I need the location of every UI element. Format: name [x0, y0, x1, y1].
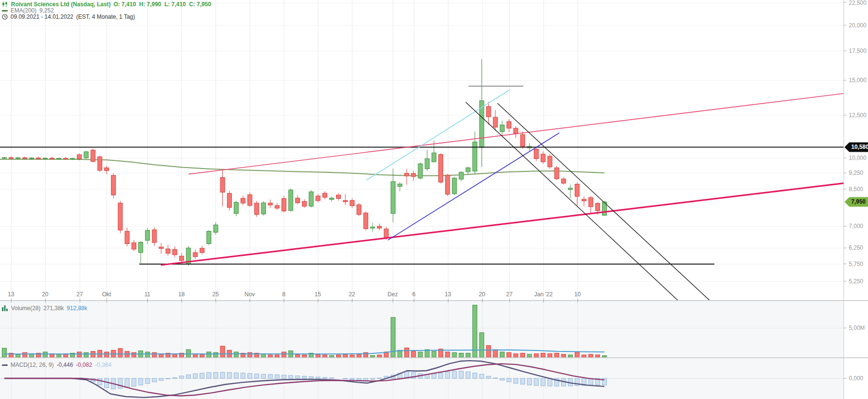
- volume-bar[interactable]: [568, 355, 573, 357]
- volume-bar[interactable]: [582, 355, 586, 357]
- volume-bar[interactable]: [548, 354, 552, 357]
- macd-hist-bar[interactable]: [493, 378, 497, 378]
- volume-bar[interactable]: [207, 352, 211, 357]
- candle[interactable]: [111, 173, 116, 198]
- volume-bar[interactable]: [357, 354, 361, 357]
- volume-bar[interactable]: [603, 356, 607, 357]
- macd-hist-bar[interactable]: [275, 375, 279, 379]
- candle[interactable]: [418, 163, 422, 180]
- candle[interactable]: [282, 196, 286, 213]
- symbol-legend[interactable]: Roivant Sciences Ltd (Nasdaq, Last) O: 7…: [2, 1, 211, 8]
- volume-bar[interactable]: [432, 351, 436, 357]
- volume-bar[interactable]: [473, 305, 477, 357]
- candle[interactable]: [227, 191, 231, 211]
- candle[interactable]: [207, 230, 211, 245]
- volume-bar[interactable]: [575, 352, 579, 357]
- macd-hist-bar[interactable]: [227, 373, 231, 378]
- macd-legend[interactable]: MACD(12, 26, 9) -0,446 -0,082 -0,364: [2, 362, 111, 368]
- macd-hist-bar[interactable]: [507, 378, 511, 382]
- volume-bar[interactable]: [295, 354, 300, 357]
- volume-bar[interactable]: [220, 346, 225, 357]
- macd-hist-bar[interactable]: [200, 373, 204, 378]
- macd-hist-bar[interactable]: [254, 374, 259, 378]
- macd-hist-bar[interactable]: [139, 378, 143, 385]
- volume-bar[interactable]: [405, 348, 409, 358]
- candle[interactable]: [289, 189, 293, 212]
- volume-bar[interactable]: [541, 353, 545, 358]
- macd-hist-bar[interactable]: [173, 378, 177, 379]
- candle[interactable]: [446, 174, 450, 196]
- volume-bar[interactable]: [118, 349, 122, 357]
- volume-bar[interactable]: [343, 354, 348, 357]
- volume-bar[interactable]: [248, 352, 252, 357]
- macd-hist-bar[interactable]: [486, 376, 491, 378]
- volume-bar[interactable]: [555, 353, 559, 358]
- volume-bar[interactable]: [377, 355, 382, 357]
- volume-bar[interactable]: [16, 354, 20, 357]
- macd-hist-bar[interactable]: [118, 378, 122, 388]
- macd-hist-bar[interactable]: [520, 378, 525, 384]
- macd-hist-bar[interactable]: [439, 373, 443, 379]
- candle[interactable]: [84, 151, 88, 159]
- volume-bar[interactable]: [500, 352, 505, 357]
- volume-bar[interactable]: [411, 351, 416, 357]
- volume-bar[interactable]: [452, 352, 457, 357]
- macd-hist-bar[interactable]: [159, 378, 163, 380]
- macd-hist-bar[interactable]: [541, 378, 545, 386]
- macd-hist-bar[interactable]: [459, 371, 463, 378]
- volume-bar[interactable]: [105, 352, 109, 357]
- macd-hist-bar[interactable]: [480, 375, 484, 379]
- volume-bar[interactable]: [329, 355, 334, 357]
- volume-bar[interactable]: [84, 352, 88, 357]
- candle[interactable]: [548, 154, 552, 169]
- macd-hist-bar[interactable]: [316, 377, 320, 378]
- volume-bar[interactable]: [466, 353, 470, 358]
- candle[interactable]: [261, 201, 265, 216]
- volume-bar[interactable]: [132, 352, 136, 357]
- macd-hist-bar[interactable]: [261, 374, 265, 378]
- candle[interactable]: [452, 177, 457, 195]
- date-range-legend[interactable]: 09.09.2021 - 14.01.2022 (EST, 4 Monate, …: [2, 13, 135, 20]
- volume-bar[interactable]: [493, 350, 497, 357]
- macd-hist-bar[interactable]: [589, 378, 593, 385]
- macd-hist-bar[interactable]: [500, 378, 505, 380]
- macd-hist-bar[interactable]: [371, 378, 375, 379]
- macd-hist-bar[interactable]: [125, 378, 129, 387]
- volume-bar[interactable]: [234, 352, 239, 357]
- volume-bar[interactable]: [595, 355, 600, 357]
- macd-hist-bar[interactable]: [268, 375, 273, 378]
- volume-bar[interactable]: [77, 352, 82, 357]
- volume-bar[interactable]: [459, 353, 463, 358]
- candle[interactable]: [357, 203, 361, 216]
- macd-hist-bar[interactable]: [207, 373, 211, 378]
- volume-bar[interactable]: [486, 346, 491, 357]
- candle[interactable]: [97, 156, 102, 172]
- candle[interactable]: [118, 201, 122, 233]
- volume-bar[interactable]: [186, 350, 191, 357]
- volume-bar[interactable]: [302, 355, 307, 357]
- volume-bar[interactable]: [527, 354, 531, 357]
- macd-hist-bar[interactable]: [302, 376, 307, 378]
- macd-hist-bar[interactable]: [132, 378, 136, 386]
- macd-hist-bar[interactable]: [357, 378, 361, 380]
- volume-bar[interactable]: [275, 355, 279, 357]
- macd-hist-bar[interactable]: [534, 378, 539, 386]
- macd-hist-bar[interactable]: [329, 378, 334, 378]
- macd-hist-bar[interactable]: [514, 378, 518, 383]
- volume-bar[interactable]: [23, 352, 27, 357]
- macd-hist-bar[interactable]: [234, 373, 239, 378]
- volume-bar[interactable]: [480, 333, 484, 357]
- macd-hist-bar[interactable]: [145, 378, 150, 384]
- macd-hist-bar[interactable]: [248, 374, 252, 378]
- macd-hist-bar[interactable]: [323, 377, 327, 378]
- volume-bar[interactable]: [282, 352, 286, 357]
- volume-bar[interactable]: [418, 352, 422, 357]
- volume-bar[interactable]: [337, 355, 341, 357]
- volume-bar[interactable]: [561, 354, 566, 357]
- volume-bar[interactable]: [268, 355, 273, 357]
- macd-hist-bar[interactable]: [241, 373, 245, 378]
- macd-hist-bar[interactable]: [363, 378, 368, 380]
- volume-bar[interactable]: [350, 355, 354, 357]
- volume-bar[interactable]: [57, 354, 61, 357]
- macd-hist-bar[interactable]: [452, 371, 457, 378]
